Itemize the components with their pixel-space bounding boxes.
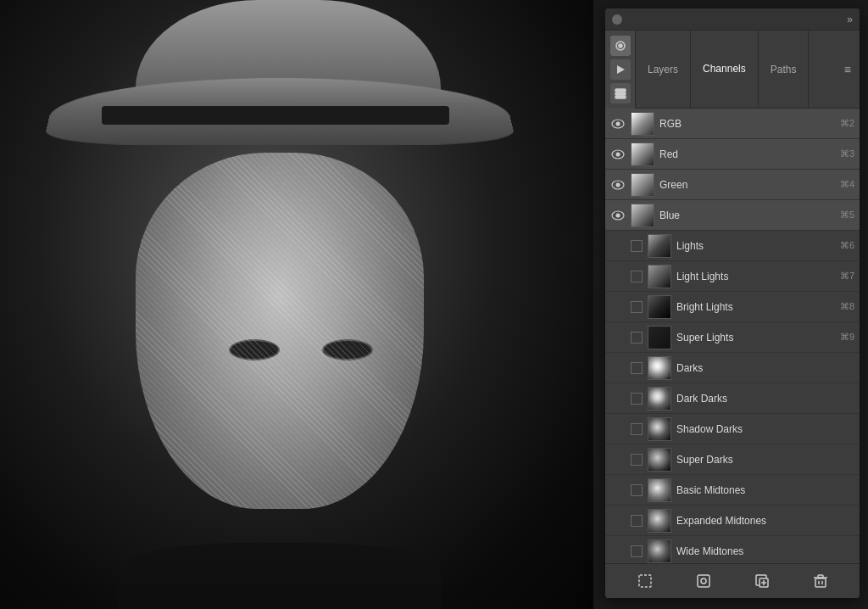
visibility-eye-green[interactable]	[610, 179, 626, 191]
panel-titlebar: »	[605, 8, 860, 31]
channel-row-blue[interactable]: Blue⌘5	[605, 200, 860, 231]
svg-point-7	[616, 121, 620, 126]
channel-thumb-green	[631, 173, 654, 197]
channel-thumb-expanded-midtones	[648, 509, 671, 533]
eye-svg	[611, 180, 625, 190]
channel-checkbox-basic-midtones[interactable]	[631, 484, 643, 496]
channel-row-basic-midtones[interactable]: Basic Midtones	[605, 475, 860, 506]
channel-checkbox-expanded-midtones[interactable]	[631, 515, 643, 527]
channel-label-wide-midtones: Wide Midtones	[676, 545, 849, 557]
visibility-eye-darks[interactable]	[610, 362, 626, 374]
channel-thumb-basic-midtones	[648, 478, 671, 502]
channel-row-green[interactable]: Green⌘4	[605, 170, 860, 200]
visibility-eye-basic-midtones[interactable]	[610, 484, 626, 496]
channel-row-rgb[interactable]: RGB⌘2	[605, 109, 860, 139]
play-icon[interactable]	[610, 59, 631, 80]
eye-svg	[611, 149, 625, 159]
tab-layers[interactable]: Layers	[636, 31, 691, 108]
close-button[interactable]	[612, 14, 622, 25]
channel-checkbox-dark-darks[interactable]	[631, 393, 643, 405]
channel-checkbox-wide-midtones[interactable]	[631, 545, 643, 557]
hatch-overlay	[136, 153, 424, 509]
channel-shortcut-rgb: ⌘2	[840, 118, 854, 129]
tabs-bar: Layers Channels Paths ≡	[636, 31, 860, 109]
channel-row-light-lights[interactable]: Light Lights⌘7	[605, 261, 860, 292]
channel-checkbox-light-lights[interactable]	[631, 271, 643, 282]
channel-thumb-darks	[648, 356, 671, 380]
channel-row-super-lights[interactable]: Super Lights⌘9	[605, 322, 860, 353]
visibility-eye-expanded-midtones[interactable]	[610, 515, 626, 527]
titlebar-controls	[612, 14, 622, 25]
eye-svg	[611, 210, 625, 221]
channel-checkbox-bright-lights[interactable]	[631, 301, 643, 313]
panel-footer	[605, 563, 860, 598]
play-svg	[614, 63, 627, 76]
svg-marker-2	[617, 65, 625, 74]
channel-label-expanded-midtones: Expanded Midtones	[676, 515, 849, 527]
channel-shortcut-green: ⌘4	[840, 179, 854, 190]
visibility-eye-blue[interactable]	[610, 210, 626, 221]
new-channel-button[interactable]	[752, 571, 772, 591]
visibility-eye-dark-darks[interactable]	[610, 393, 626, 405]
channel-row-expanded-midtones[interactable]: Expanded Midtones	[605, 506, 860, 536]
visibility-eye-wide-midtones[interactable]	[610, 545, 626, 557]
channel-shortcut-super-lights: ⌘9	[840, 332, 854, 343]
svg-point-11	[616, 182, 620, 187]
layers-icon[interactable]	[610, 83, 631, 103]
channel-row-dark-darks[interactable]: Dark Darks	[605, 383, 860, 414]
visibility-eye-bright-lights[interactable]	[610, 301, 626, 313]
eye-svg	[611, 119, 625, 129]
channel-checkbox-lights[interactable]	[631, 240, 643, 252]
channel-row-shadow-darks[interactable]: Shadow Darks	[605, 414, 860, 444]
visibility-eye-rgb[interactable]	[610, 118, 626, 130]
channel-row-red[interactable]: Red⌘3	[605, 139, 860, 170]
channel-thumb-bright-lights	[648, 295, 671, 319]
channel-checkbox-super-darks[interactable]	[631, 454, 643, 466]
visibility-eye-super-lights[interactable]	[610, 332, 626, 344]
channel-thumb-lights	[648, 234, 671, 258]
visibility-eye-super-darks[interactable]	[610, 454, 626, 466]
mask-icon[interactable]	[610, 36, 631, 56]
svg-rect-3	[615, 89, 626, 92]
tab-channels[interactable]: Channels	[691, 31, 759, 108]
channel-thumb-blue	[631, 204, 654, 227]
photo-background	[0, 0, 593, 609]
channel-row-darks[interactable]: Darks	[605, 353, 860, 383]
channel-thumb-red	[631, 142, 654, 166]
body-shirt	[119, 543, 441, 609]
channels-list: RGB⌘2 Red⌘3 Green⌘4 Blue⌘5 Lights⌘6 Ligh…	[605, 109, 860, 563]
save-icon	[696, 573, 711, 589]
channel-label-basic-midtones: Basic Midtones	[676, 484, 849, 496]
selection-icon	[637, 573, 653, 589]
channel-shortcut-red: ⌘3	[840, 148, 854, 159]
selection-button[interactable]	[635, 571, 655, 591]
svg-rect-14	[639, 575, 651, 587]
svg-rect-4	[615, 92, 626, 95]
channel-row-lights[interactable]: Lights⌘6	[605, 231, 860, 261]
channel-checkbox-shadow-darks[interactable]	[631, 423, 643, 435]
delete-channel-button[interactable]	[810, 571, 831, 591]
channel-shortcut-bright-lights: ⌘8	[840, 301, 854, 312]
channel-row-bright-lights[interactable]: Bright Lights⌘8	[605, 292, 860, 322]
visibility-eye-red[interactable]	[610, 148, 626, 160]
channel-checkbox-super-lights[interactable]	[631, 332, 643, 344]
save-channel-button[interactable]	[693, 571, 714, 591]
tab-paths[interactable]: Paths	[759, 31, 810, 108]
visibility-eye-shadow-darks[interactable]	[610, 423, 626, 435]
svg-rect-21	[815, 578, 826, 587]
panel-menu-button[interactable]: ≡	[836, 31, 860, 108]
svg-point-13	[616, 213, 620, 217]
svg-rect-15	[698, 575, 709, 587]
svg-rect-23	[818, 575, 823, 578]
channel-shortcut-lights: ⌘6	[840, 240, 854, 251]
channel-checkbox-darks[interactable]	[631, 362, 643, 374]
svg-point-16	[701, 578, 706, 584]
svg-point-9	[616, 152, 620, 156]
collapse-button[interactable]: »	[847, 14, 853, 25]
layers-svg	[614, 87, 627, 100]
channel-label-super-darks: Super Darks	[676, 454, 849, 466]
visibility-eye-light-lights[interactable]	[610, 271, 626, 282]
channel-row-wide-midtones[interactable]: Wide Midtones	[605, 536, 860, 563]
channel-row-super-darks[interactable]: Super Darks	[605, 444, 860, 475]
visibility-eye-lights[interactable]	[610, 240, 626, 252]
